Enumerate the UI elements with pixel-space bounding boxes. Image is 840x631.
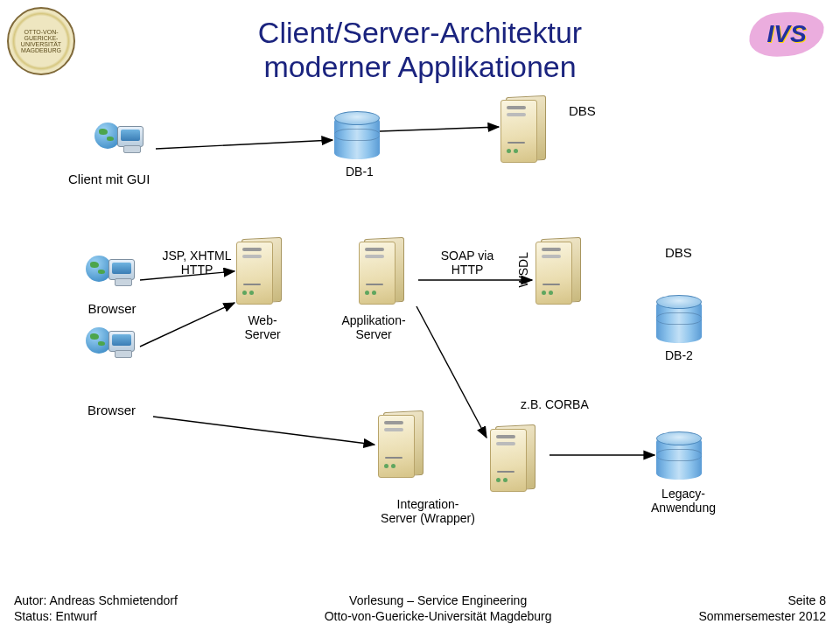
footer-right: Seite 8 Sommersemester 2012: [698, 592, 826, 624]
monitor-icon: [108, 259, 135, 280]
page-title: Client/Server-Architektur moderner Appli…: [258, 16, 582, 84]
ivs-label: IVS: [749, 12, 824, 56]
title-line-1: Client/Server-Architektur: [258, 16, 582, 49]
appserver-icon: [359, 229, 410, 306]
footer-page: Seite 8: [698, 592, 826, 608]
db2-cylinder-icon: [656, 294, 702, 343]
footer: Autor: Andreas Schmietendorf Status: Ent…: [0, 592, 840, 624]
webserver-label: Web- Server: [234, 313, 290, 341]
db1-label: DB-1: [346, 165, 374, 179]
client-gui-label: Client mit GUI: [68, 172, 150, 186]
seal-text: OTTO-VON-GUERICKE-UNIVERSITÄT MAGDEBURG: [9, 29, 74, 53]
monitor-icon: [117, 126, 144, 147]
corba-label: z.B. CORBA: [521, 397, 589, 411]
footer-lecture: Vorlesung – Service Engineering: [178, 592, 699, 608]
ivs-logo: IVS: [749, 12, 824, 56]
integration-server-icon: [378, 403, 429, 480]
monitor-icon: [108, 331, 135, 352]
footer-left: Autor: Andreas Schmietendorf Status: Ent…: [14, 592, 178, 624]
jsp-label: JSP, XHTML HTTP: [158, 249, 236, 277]
svg-line-1: [380, 127, 499, 131]
dbs-top-label: DBS: [569, 103, 596, 118]
legacy-cylinder-icon: [656, 431, 702, 480]
client-gui-icon: [94, 121, 144, 165]
title-line-2: moderner Applikationen: [263, 50, 576, 83]
wsdl-server-icon: [536, 229, 586, 306]
db1-cylinder-icon: [334, 110, 380, 159]
footer-term: Sommersemester 2012: [698, 608, 826, 624]
svg-line-3: [140, 303, 234, 347]
architecture-diagram: Client mit GUI DB-1 DBS Browser JSP, XHT…: [0, 105, 840, 578]
footer-status: Status: Entwurf: [14, 608, 178, 624]
db2-label: DB-2: [665, 348, 693, 362]
appserver-label: Applikation- Server: [326, 313, 422, 341]
svg-line-6: [153, 417, 374, 445]
dbs-right-label: DBS: [665, 245, 692, 260]
footer-author: Autor: Andreas Schmietendorf: [14, 592, 178, 608]
browser2-label: Browser: [88, 403, 136, 417]
soap-label: SOAP via HTTP: [436, 249, 499, 277]
integration-server-label: Integration- Server (Wrapper): [371, 497, 485, 525]
footer-center: Vorlesung – Service Engineering Otto-von…: [178, 592, 699, 624]
footer-uni: Otto-von-Guericke-Universität Magdeburg: [178, 608, 699, 624]
integration-server-icon-2: [490, 417, 541, 494]
browser1-label: Browser: [79, 301, 145, 316]
webserver-icon: [236, 229, 287, 306]
svg-line-0: [156, 140, 332, 149]
browser1-icon: [86, 254, 135, 298]
dbs-top-server-icon: [500, 88, 551, 165]
wsdl-label: WSDL: [516, 252, 530, 287]
legacy-label: Legacy- Anwendung: [644, 487, 723, 515]
university-seal-icon: OTTO-VON-GUERICKE-UNIVERSITÄT MAGDEBURG: [7, 7, 75, 75]
browser1b-icon: [86, 326, 135, 369]
